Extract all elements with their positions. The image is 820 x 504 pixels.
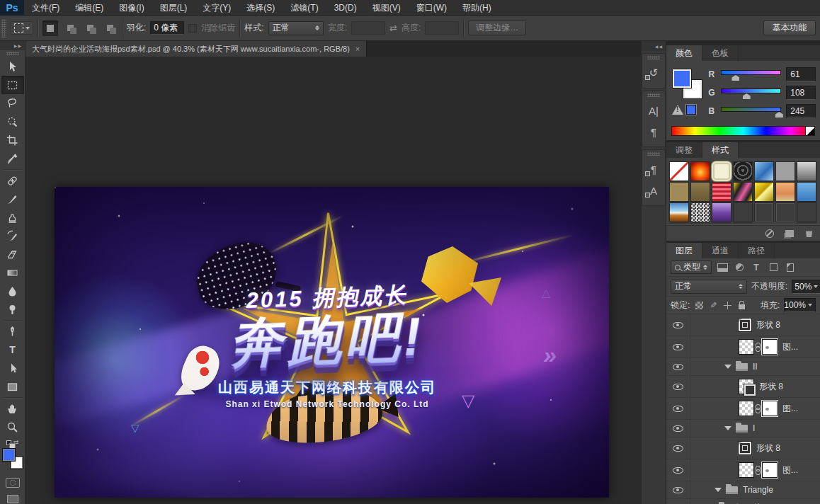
layer-name[interactable]: 形状 8 [759,381,783,393]
style-swatch[interactable] [712,161,731,181]
layer-name[interactable]: 形状 8 [756,319,780,331]
poster-document[interactable]: » ▽ △ ▽ 2015 拥抱成长 奔跑吧! 山西易通天下网络科技有限公司 Sh… [55,187,609,498]
layer-mask-thumbnail[interactable] [762,401,778,416]
slider-thumb[interactable] [775,112,783,118]
tab-color[interactable]: 颜色 [666,45,702,61]
layer-row[interactable]: 形状 8 [666,314,820,336]
channel-slider[interactable] [721,105,781,117]
menu-item[interactable]: 图像(I) [111,0,152,16]
group-row[interactable]: Triangle [666,481,820,499]
channel-slider[interactable] [721,87,781,98]
collapse-triangle-icon[interactable] [714,488,722,492]
lock-transparent-pixels-icon[interactable] [694,300,704,310]
clear-style-icon[interactable] [765,229,774,238]
blur-tool[interactable] [1,282,24,300]
visibility-toggle[interactable] [666,481,690,498]
feather-input[interactable] [150,21,184,35]
style-swatch[interactable] [775,202,795,222]
paragraph-styles-panel-button[interactable]: A [644,182,663,199]
character-styles-panel-button[interactable]: ¶ [644,161,663,178]
layer-row[interactable]: 图... [666,398,820,420]
visibility-toggle[interactable] [666,437,690,459]
style-swatch[interactable] [775,182,795,202]
new-style-icon[interactable] [785,230,794,237]
tab-paths[interactable]: 路径 [739,243,775,258]
rectangle-tool[interactable] [1,377,24,396]
dodge-tool[interactable] [1,300,24,319]
pen-tool[interactable] [1,322,24,340]
menu-item[interactable]: 编辑(E) [67,0,111,16]
close-tab-icon[interactable]: × [355,45,360,53]
document-tab[interactable]: 大气时尚的企业活动海报psd素材.psd @ 40.3% (素材天下网 www.… [25,41,367,57]
workspace-switcher-button[interactable]: 基本功能 [763,21,816,35]
lock-position-icon[interactable] [722,300,732,310]
style-swatch[interactable] [733,202,753,222]
visibility-toggle[interactable] [666,420,690,437]
canvas-viewport[interactable]: » ▽ △ ▽ 2015 拥抱成长 奔跑吧! 山西易通天下网络科技有限公司 Sh… [25,57,641,504]
filter-smart-objects-icon[interactable] [784,262,797,273]
group-name[interactable]: I [753,423,755,433]
type-tool[interactable]: T [1,340,24,359]
visibility-toggle[interactable] [666,398,690,419]
style-swatch[interactable] [797,161,816,181]
tab-adjustments[interactable]: 调整 [666,142,702,158]
width-input[interactable] [351,21,385,35]
tab-styles[interactable]: 样式 [702,142,739,158]
filter-type-layers-icon[interactable]: T [750,262,763,273]
style-swatch[interactable] [797,182,816,202]
opacity-value-field[interactable]: 50% [792,280,820,294]
style-swatch[interactable] [690,161,710,181]
character-panel-button[interactable]: A| [644,102,663,119]
layer-mask-thumbnail[interactable] [762,462,778,478]
layer-name[interactable]: 图... [782,464,798,476]
group-row[interactable]: 组 2 拷贝 [666,499,820,504]
fill-value-field[interactable]: 100% [784,298,816,312]
visibility-toggle[interactable] [666,358,690,375]
menu-item[interactable]: 文件(F) [24,0,67,16]
style-swatch[interactable] [669,202,689,222]
group-name[interactable]: II [753,362,758,372]
history-brush-tool[interactable] [1,227,24,245]
visibility-toggle[interactable] [666,499,690,504]
filter-type-dropdown[interactable]: 类型 [671,260,712,274]
hand-tool[interactable] [1,399,24,418]
style-swatch[interactable] [733,161,753,181]
path-selection-tool[interactable] [1,359,24,377]
new-selection-button[interactable] [42,21,58,36]
visibility-toggle[interactable] [666,314,690,336]
visibility-toggle[interactable] [666,459,690,481]
dock-collapse-button[interactable]: ◀◀ [642,41,666,51]
eyedropper-tool[interactable] [1,149,24,168]
shape-layer-thumbnail[interactable] [739,442,751,454]
lock-image-pixels-icon[interactable]: ✎ [708,300,718,310]
move-tool[interactable] [1,57,24,76]
style-swatch[interactable] [669,182,689,202]
lasso-tool[interactable] [1,94,24,113]
group-name[interactable]: Triangle [743,485,773,495]
screen-mode-button[interactable] [7,495,18,503]
blend-mode-dropdown[interactable]: 正常 [671,280,747,294]
paragraph-panel-button[interactable]: ¶ [644,123,663,140]
clone-stamp-tool[interactable] [1,208,24,227]
tab-layers[interactable]: 图层 [666,243,702,258]
collapse-triangle-icon[interactable] [724,365,731,369]
refine-edge-button[interactable]: 调整边缘… [468,21,526,35]
link-mask-icon[interactable] [756,404,761,413]
menu-item[interactable]: 窗口(W) [409,0,455,16]
eraser-tool[interactable] [1,245,24,263]
link-mask-icon[interactable] [756,466,761,475]
warning-icon[interactable] [672,105,683,115]
style-swatch[interactable] [754,161,774,181]
quick-mask-button[interactable] [6,478,20,488]
antialias-checkbox[interactable] [188,24,197,33]
style-swatch[interactable] [797,202,816,222]
toolbar-collapse-button[interactable]: ▶▶ [0,41,25,50]
layer-thumbnail[interactable] [739,401,754,416]
shape-layer-thumbnail[interactable] [739,379,754,394]
style-swatch[interactable] [754,202,774,222]
tab-swatches[interactable]: 色板 [702,45,739,61]
style-swatch[interactable] [733,182,753,202]
color-spectrum-ramp[interactable] [671,126,815,136]
filter-shape-layers-icon[interactable] [767,262,780,273]
channel-value-field[interactable]: 245 [786,104,816,118]
